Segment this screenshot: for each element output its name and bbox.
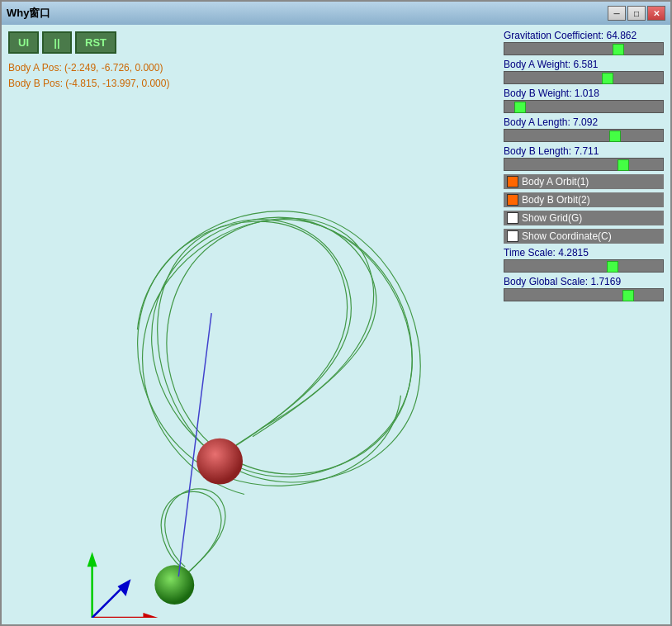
body-a-sphere [196,439,243,485]
svg-marker-1 [88,552,97,567]
body-b-pos: Body B Pos: (-4.815, -13.997, 0.000) [8,76,490,92]
gravitation-slider[interactable] [504,42,664,55]
pause-button[interactable]: || [42,31,72,54]
time-scale-slider-row: Time Scale: 4.2815 [504,247,664,273]
window-controls: ─ □ ✕ [608,6,665,21]
minimize-button[interactable]: ─ [608,6,626,21]
window-title: Why窗口 [7,6,50,21]
body-a-orbit-checkbox[interactable] [507,176,518,187]
show-coordinate-row[interactable]: Show Coordinate(C) [504,229,664,244]
body-global-scale-slider-row: Body Global Scale: 1.7169 [504,276,664,301]
show-grid-row[interactable]: Show Grid(G) [504,211,664,225]
body-global-scale-slider[interactable] [504,288,664,301]
close-button[interactable]: ✕ [647,6,665,21]
content-area: UI || RST Body A Pos: (-2.249, -6.726, 0… [2,25,670,624]
body-a-pos: Body A Pos: (-2.249, -6.726, 0.000) [8,60,490,76]
body-b-orbit-checkbox[interactable] [507,194,518,206]
title-bar: Why窗口 ─ □ ✕ [2,2,670,25]
time-scale-label: Time Scale: 4.2815 [504,247,664,258]
simulation-svg [8,91,497,618]
ui-button[interactable]: UI [8,31,39,54]
body-b-weight-thumb[interactable] [514,102,526,113]
body-a-weight-slider-row: Body A Weight: 6.581 [504,59,664,84]
gravitation-label: Gravitation Coefficient: 64.862 [504,30,664,41]
body-b-orbit-row[interactable]: Body B Orbit(2) [504,192,664,207]
show-coordinate-label: Show Coordinate(C) [522,230,612,242]
body-a-weight-label: Body A Weight: 6.581 [504,59,664,70]
toolbar: UI || RST [8,31,490,54]
time-scale-thumb[interactable] [607,261,618,273]
main-window: Why窗口 ─ □ ✕ UI || RST Body A Pos: (-2.24… [0,0,672,626]
body-a-weight-slider[interactable] [504,71,664,84]
body-b-length-label: Body B Length: 7.711 [504,145,664,157]
show-grid-checkbox[interactable] [507,212,518,224]
svg-marker-3 [143,613,158,618]
body-a-length-slider-row: Body A Length: 7.092 [504,116,664,142]
body-b-weight-slider[interactable] [504,100,664,113]
body-a-length-thumb[interactable] [609,130,621,142]
body-b-orbit-label: Body B Orbit(2) [522,194,590,206]
svg-line-4 [92,585,125,618]
body-a-length-slider[interactable] [504,129,664,142]
body-b-length-slider-row: Body B Length: 7.711 [504,145,664,171]
body-a-weight-thumb[interactable] [602,73,613,84]
time-scale-slider[interactable] [504,259,664,273]
body-global-scale-thumb[interactable] [622,290,634,301]
gravitation-slider-row: Gravitation Coefficient: 64.862 [504,30,664,55]
body-a-orbit-label: Body A Orbit(1) [522,176,589,187]
reset-button[interactable]: RST [75,31,116,54]
body-b-length-slider[interactable] [504,158,664,171]
body-b-weight-slider-row: Body B Weight: 1.018 [504,88,664,113]
maximize-button[interactable]: □ [627,6,646,21]
position-info: Body A Pos: (-2.249, -6.726, 0.000) Body… [8,60,490,92]
body-b-length-thumb[interactable] [618,159,629,171]
body-a-orbit-row[interactable]: Body A Orbit(1) [504,174,664,189]
gravitation-thumb[interactable] [613,44,624,55]
body-b-sphere [154,565,194,605]
body-global-scale-label: Body Global Scale: 1.7169 [504,276,664,287]
show-grid-label: Show Grid(G) [522,212,582,224]
show-coordinate-checkbox[interactable] [507,230,518,242]
body-a-length-label: Body A Length: 7.092 [504,116,664,128]
svg-marker-5 [118,579,131,596]
simulation-canvas [8,91,497,618]
coordinate-axes [88,552,159,618]
main-panel: UI || RST Body A Pos: (-2.249, -6.726, 0… [2,25,497,624]
right-panel: Gravitation Coefficient: 64.862 Body A W… [497,25,670,624]
body-b-weight-label: Body B Weight: 1.018 [504,88,664,99]
